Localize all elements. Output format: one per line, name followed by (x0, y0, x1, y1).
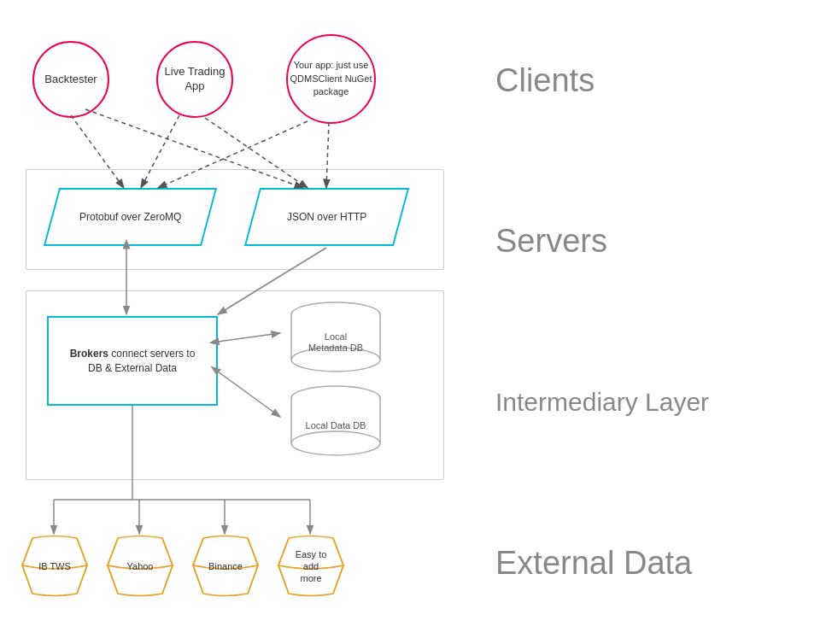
servers-label-section: Servers (478, 161, 832, 323)
clients-label-section: Clients (478, 0, 832, 161)
external-label: External Data (478, 545, 692, 582)
barrel-ib-tws: IB TWS (17, 534, 92, 598)
circle-your-app: Your app: just useQDMSClient NuGetpackag… (286, 34, 376, 124)
json-http-server: JSON over HTTP (244, 188, 409, 246)
data-db: Local Data DB (280, 384, 391, 457)
barrel-yahoo: Yahoo (103, 534, 178, 598)
circle-backtester: Backtester (32, 41, 109, 118)
barrel-binance: Binance (188, 534, 263, 598)
diagram-area: Backtester Live TradingApp Your app: jus… (0, 0, 478, 644)
metadata-db: Local Metadata DB (280, 301, 391, 373)
protobuf-server: Protobuf over ZeroMQ (44, 188, 217, 246)
servers-label: Servers (478, 223, 607, 260)
intermediary-label: Intermediary Layer (478, 388, 709, 417)
svg-point-11 (291, 431, 380, 455)
brokers-box: Brokers connect servers toDB & External … (47, 316, 218, 406)
labels-area: Clients Servers Intermediary Layer Exter… (478, 0, 832, 644)
barrel-easy-more: Easy to addmore (273, 534, 349, 598)
svg-text:Local: Local (325, 331, 347, 342)
svg-text:Metadata DB: Metadata DB (308, 342, 363, 353)
external-label-section: External Data (478, 483, 832, 645)
intermediary-label-section: Intermediary Layer (478, 322, 832, 483)
circle-live-trading: Live TradingApp (156, 41, 233, 118)
svg-text:Local Data DB: Local Data DB (306, 420, 366, 430)
clients-label: Clients (478, 62, 595, 99)
